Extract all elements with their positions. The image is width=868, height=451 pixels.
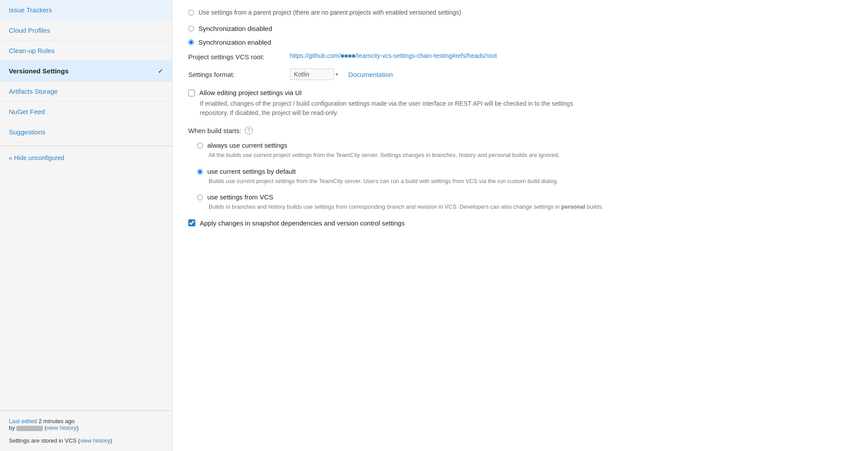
when-build-starts-label: When build starts: xyxy=(188,127,241,134)
allow-editing-description: If enabled, changes of the project / bui… xyxy=(200,99,598,118)
documentation-link[interactable]: Documentation xyxy=(348,71,393,78)
by-text: by xyxy=(9,424,15,431)
build-option-always-current-desc: All the builds use current project setti… xyxy=(209,151,606,160)
allow-editing-row: Allow editing project settings via UI xyxy=(188,89,852,96)
build-option-use-from-vcs-label: use settings from VCS xyxy=(207,193,273,201)
active-checkmark: ✓ xyxy=(158,68,163,75)
apply-changes-label: Apply changes in snapshot dependencies a… xyxy=(200,219,405,227)
option-sync-enabled-label: Synchronization enabled xyxy=(198,38,271,46)
allow-editing-label: Allow editing project settings via UI xyxy=(199,89,302,96)
build-option-use-current-default-desc: Builds use current project settings from… xyxy=(209,177,606,186)
option-parent-project-row: Use settings from a parent project (ther… xyxy=(188,9,852,19)
build-option-use-current-default-row: use current settings by default xyxy=(197,168,852,175)
username-avatar xyxy=(16,426,43,431)
settings-format-select-wrapper: Kotlin XML xyxy=(290,69,341,80)
radio-use-current-default[interactable] xyxy=(197,169,203,175)
vcs-desc-part2: builds. xyxy=(585,203,603,210)
apply-changes-row: Apply changes in snapshot dependencies a… xyxy=(188,219,852,227)
build-option-use-from-vcs: use settings from VCS Builds in branches… xyxy=(197,193,852,211)
allow-editing-checkbox[interactable] xyxy=(188,90,195,96)
last-edited-time: 2 minutes ago xyxy=(37,418,75,424)
sidebar-item-versioned-settings[interactable]: Versioned Settings ✓ xyxy=(0,61,172,81)
build-option-always-current-row: always use current settings xyxy=(197,141,852,149)
last-edited-info: Last edited 2 minutes ago by (view histo… xyxy=(9,418,163,431)
help-icon[interactable]: ? xyxy=(245,126,253,134)
last-edited-label: Last edited xyxy=(9,418,37,424)
view-history-link-2[interactable]: view history xyxy=(80,437,110,444)
sidebar-item-suggestions[interactable]: Suggestions xyxy=(0,122,172,142)
radio-use-from-vcs[interactable] xyxy=(197,195,203,200)
sidebar-footer: Last edited 2 minutes ago by (view histo… xyxy=(0,410,172,451)
sidebar-item-label: Artifacts Storage xyxy=(9,88,58,95)
sidebar-item-cloud-profiles[interactable]: Cloud Profiles xyxy=(0,20,172,41)
sidebar-item-label: Clean-up Rules xyxy=(9,47,54,54)
option-sync-enabled-row: Synchronization enabled xyxy=(188,38,852,46)
sidebar-item-label: Issue Trackers xyxy=(9,6,52,14)
main-content: Use settings from a parent project (ther… xyxy=(172,0,868,451)
build-option-use-current-default-label: use current settings by default xyxy=(207,168,296,175)
radio-parent-project[interactable] xyxy=(188,10,194,15)
sidebar-item-clean-up-rules[interactable]: Clean-up Rules xyxy=(0,41,172,61)
radio-sync-disabled[interactable] xyxy=(188,26,194,31)
sidebar-divider xyxy=(0,146,172,146)
build-option-use-current-default: use current settings by default Builds u… xyxy=(197,168,852,186)
build-option-use-from-vcs-desc: Builds in branches and history builds us… xyxy=(209,203,606,211)
settings-format-select[interactable]: Kotlin XML xyxy=(290,69,334,80)
vcs-root-value: https://github.com/■■■■/teamcity-vcs-set… xyxy=(290,52,497,59)
when-build-starts-row: When build starts: ? xyxy=(188,126,852,134)
view-history-link-1[interactable]: view history xyxy=(46,424,76,431)
option-parent-project-label: Use settings from a parent project (ther… xyxy=(198,9,461,16)
radio-sync-enabled[interactable] xyxy=(188,39,194,45)
sidebar-item-nuget-feed[interactable]: NuGet Feed xyxy=(0,102,172,122)
hide-unconfigured-link[interactable]: « Hide unconfigured xyxy=(0,150,172,166)
sidebar-item-artifacts-storage[interactable]: Artifacts Storage xyxy=(0,81,172,102)
sidebar: Issue Trackers Cloud Profiles Clean-up R… xyxy=(0,0,172,451)
sidebar-item-label: NuGet Feed xyxy=(9,108,45,115)
vcs-root-row: Project settings VCS root: https://githu… xyxy=(188,52,852,61)
vcs-desc-bold: personal xyxy=(561,203,585,210)
vcs-desc-part1: Builds in branches and history builds us… xyxy=(209,203,561,210)
build-option-always-current-label: always use current settings xyxy=(207,141,287,149)
vcs-root-label: Project settings VCS root: xyxy=(188,52,290,61)
build-option-always-current: always use current settings All the buil… xyxy=(197,141,852,160)
sidebar-item-label: Versioned Settings xyxy=(9,67,69,75)
vcs-note: Settings are stored in VCS (view history… xyxy=(9,437,163,444)
build-option-use-from-vcs-row: use settings from VCS xyxy=(197,193,852,201)
apply-changes-checkbox[interactable] xyxy=(188,219,195,226)
sidebar-item-label: Suggestions xyxy=(9,128,46,136)
sidebar-nav: Issue Trackers Cloud Profiles Clean-up R… xyxy=(0,0,172,410)
sidebar-item-issue-trackers[interactable]: Issue Trackers xyxy=(0,0,172,20)
settings-format-row: Settings format: Kotlin XML Documentatio… xyxy=(188,69,852,80)
radio-always-current[interactable] xyxy=(197,143,203,149)
settings-format-label: Settings format: xyxy=(188,71,290,78)
option-sync-disabled-row: Synchronization disabled xyxy=(188,25,852,32)
sidebar-item-label: Cloud Profiles xyxy=(9,27,50,34)
option-sync-disabled-label: Synchronization disabled xyxy=(198,25,272,32)
